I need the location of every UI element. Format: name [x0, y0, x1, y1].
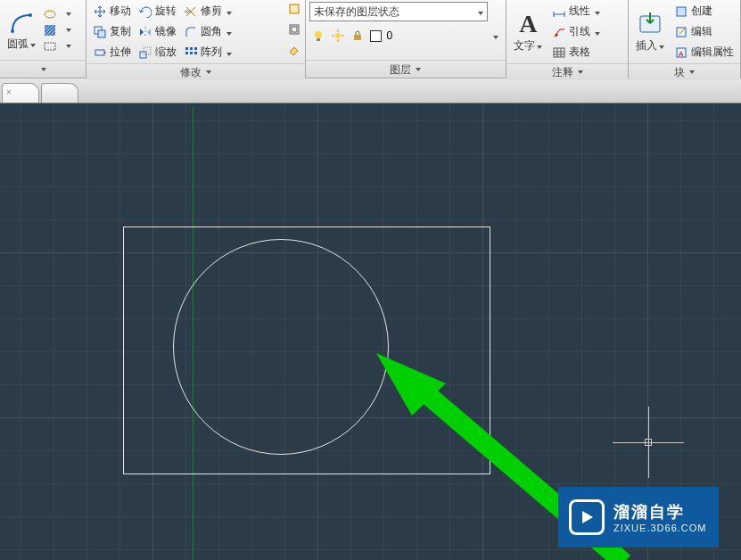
layer-color-swatch[interactable]: [370, 30, 382, 42]
layer-state-combo[interactable]: 未保存的图层状态: [309, 2, 488, 21]
panel-layer: 未保存的图层状态 0 图层: [306, 0, 507, 78]
document-tabs: ×: [0, 78, 741, 103]
rotate-button[interactable]: 旋转: [136, 2, 179, 21]
offset-icon[interactable]: [287, 22, 301, 37]
lock-icon[interactable]: [350, 29, 365, 43]
svg-point-2: [45, 11, 55, 18]
array-icon: [184, 45, 198, 60]
move-icon: [93, 4, 107, 19]
rotate-label: 旋转: [155, 4, 177, 19]
svg-rect-18: [190, 52, 193, 54]
panel-annotate-title[interactable]: 注释: [506, 63, 628, 80]
edit-block-button[interactable]: 编辑: [671, 22, 737, 41]
doc-tab-1[interactable]: ×: [2, 83, 39, 103]
panel-draw: 圆弧: [0, 0, 86, 78]
lightbulb-on-icon[interactable]: [311, 29, 325, 43]
region-icon[interactable]: [43, 39, 57, 54]
watermark-badge: 溜溜自学 ZIXUE.3D66.COM: [558, 487, 719, 548]
svg-rect-5: [185, 11, 190, 12]
layer-state-text: 未保存的图层状态: [314, 4, 399, 20]
drawing-canvas[interactable]: 溜溜自学 ZIXUE.3D66.COM: [0, 103, 741, 560]
svg-rect-11: [95, 50, 104, 55]
stretch-button[interactable]: 拉伸: [90, 43, 134, 62]
mirror-button[interactable]: 镜像: [136, 22, 179, 41]
scale-label: 缩放: [155, 45, 177, 60]
panel-block-title[interactable]: 块: [629, 63, 740, 80]
svg-text:A: A: [679, 50, 684, 58]
watermark-title: 溜溜自学: [613, 501, 706, 523]
leader-button[interactable]: 引线: [549, 22, 603, 41]
panel-draw-title[interactable]: [0, 60, 86, 78]
text-button[interactable]: A 文字: [510, 8, 546, 55]
dim-label: 线性: [569, 4, 590, 19]
trim-icon: [184, 4, 198, 19]
edit-block-icon: [674, 25, 688, 39]
arc-icon: [7, 8, 36, 37]
svg-point-20: [315, 31, 322, 38]
svg-rect-19: [194, 52, 197, 54]
move-button[interactable]: 移动: [90, 2, 134, 21]
fillet-button[interactable]: 圆角: [181, 22, 235, 41]
svg-rect-15: [190, 47, 193, 50]
text-label: 文字: [514, 39, 535, 52]
ellipse-dd[interactable]: [61, 7, 75, 21]
arc-button[interactable]: 圆弧: [4, 6, 39, 54]
panel-annotate: A 文字 线性 引线 表格 注释: [506, 0, 629, 78]
svg-rect-4: [45, 43, 55, 50]
svg-rect-31: [554, 48, 564, 57]
svg-point-1: [29, 13, 32, 17]
explode-icon[interactable]: [287, 2, 301, 16]
trim-label: 修剪: [201, 4, 222, 19]
svg-point-0: [11, 29, 14, 33]
ribbon: 圆弧: [0, 0, 741, 78]
create-block-button[interactable]: 创建: [671, 2, 737, 21]
ellipse-icon[interactable]: [43, 7, 57, 21]
edit-attr-icon: A: [674, 45, 688, 60]
hatch-dd[interactable]: [61, 23, 75, 37]
watermark-url: ZIXUE.3D66.COM: [613, 523, 706, 533]
svg-rect-17: [185, 52, 188, 54]
leader-icon: [552, 25, 566, 39]
svg-point-22: [335, 33, 341, 38]
insert-button[interactable]: 插入: [632, 8, 668, 55]
svg-rect-10: [292, 27, 297, 32]
scale-icon: [138, 45, 152, 60]
svg-rect-27: [354, 35, 361, 40]
region-dd[interactable]: [61, 39, 75, 54]
array-button[interactable]: 阵列: [181, 43, 235, 62]
fillet-label: 圆角: [201, 24, 222, 39]
text-icon: A: [514, 10, 542, 38]
mirror-icon: [138, 25, 152, 39]
table-icon: [552, 45, 566, 60]
create-label: 创建: [691, 4, 712, 19]
svg-rect-37: [677, 7, 686, 16]
hatch-icon[interactable]: [43, 23, 57, 37]
fillet-icon: [184, 25, 198, 39]
close-icon[interactable]: ×: [6, 87, 12, 97]
svg-rect-21: [317, 38, 320, 41]
copy-icon: [93, 25, 107, 39]
leader-label: 引线: [569, 24, 590, 39]
scale-button[interactable]: 缩放: [136, 43, 179, 62]
dimension-button[interactable]: 线性: [549, 2, 603, 21]
create-icon: [674, 4, 688, 19]
layer-dd[interactable]: [491, 29, 498, 42]
panel-layer-title[interactable]: 图层: [306, 60, 506, 78]
insert-icon: [636, 10, 664, 38]
svg-rect-16: [194, 47, 197, 50]
editattr-label: 编辑属性: [691, 45, 734, 60]
move-label: 移动: [110, 4, 131, 19]
trim-button[interactable]: 修剪: [181, 2, 235, 21]
edit-label: 编辑: [691, 24, 712, 39]
erase-icon[interactable]: [287, 43, 301, 57]
insert-label: 插入: [636, 39, 657, 52]
dimension-icon: [552, 4, 566, 19]
doc-tab-new[interactable]: [41, 83, 78, 103]
edit-attr-button[interactable]: A 编辑属性: [671, 43, 737, 62]
sun-freeze-icon[interactable]: [331, 29, 345, 43]
drawn-circle[interactable]: [173, 239, 389, 455]
table-button[interactable]: 表格: [549, 43, 603, 62]
panel-modify-title[interactable]: 修改: [86, 63, 305, 80]
copy-button[interactable]: 复制: [90, 22, 134, 41]
watermark-play-icon: [569, 499, 605, 535]
